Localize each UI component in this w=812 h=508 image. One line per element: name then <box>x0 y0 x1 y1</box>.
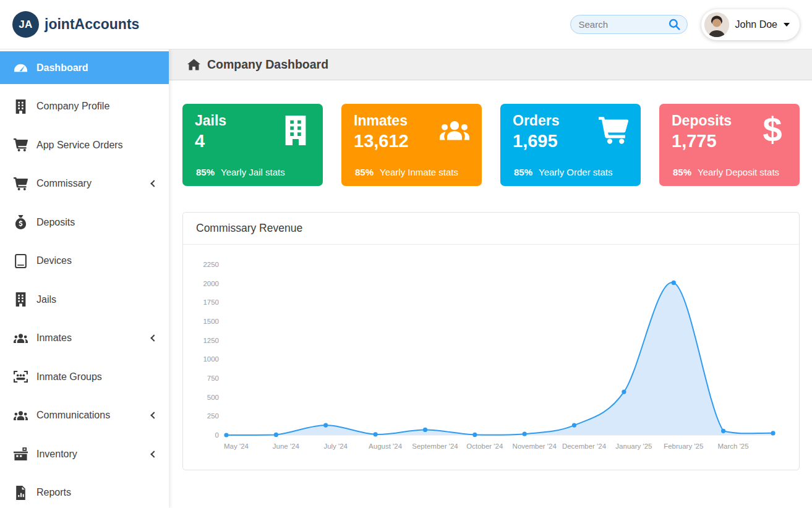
y-axis-tick: 1000 <box>203 355 219 363</box>
x-axis-tick: August '24 <box>369 442 403 450</box>
sidebar-item-label: Reports <box>36 487 71 498</box>
cart-icon <box>599 116 628 145</box>
user-avatar <box>704 12 729 37</box>
y-axis-tick: 1250 <box>203 337 219 344</box>
user-menu[interactable]: John Doe <box>701 9 800 40</box>
tablet-icon <box>14 254 28 268</box>
x-axis-tick: May '24 <box>224 442 249 450</box>
stat-card-caption: Yearly Inmate stats <box>380 167 458 177</box>
sidebar-item-label: Commissary <box>36 178 92 189</box>
page-title: Company Dashboard <box>207 57 328 72</box>
money-bag-icon <box>14 215 28 229</box>
brand-logo[interactable]: JA jointAccounts <box>12 11 139 38</box>
stat-card-title: Deposits <box>672 112 732 130</box>
x-axis-tick: December '24 <box>562 442 607 450</box>
users-icon <box>440 116 469 145</box>
sidebar-item-label: Devices <box>36 255 72 266</box>
chart-point <box>622 390 626 394</box>
stat-card-percent: 85% <box>673 167 691 177</box>
y-axis-tick: 1500 <box>203 318 219 325</box>
sidebar-item-devices[interactable]: Devices <box>0 245 169 277</box>
sidebar-item-inmate-groups[interactable]: Inmate Groups <box>0 360 169 393</box>
sidebar-item-label: Dashboard <box>36 62 88 74</box>
stat-card-value: 1,695 <box>513 130 559 152</box>
search-bar <box>570 15 688 34</box>
user-name: John Doe <box>735 19 778 30</box>
stat-card-caption: Yearly Jail stats <box>221 167 285 177</box>
sidebar-item-dashboard[interactable]: Dashboard <box>0 51 169 84</box>
x-axis-tick: July '24 <box>323 442 348 450</box>
brand-initials: JA <box>19 19 33 31</box>
sidebar-item-label: Jails <box>36 294 56 305</box>
sidebar-item-communications[interactable]: Communications <box>0 399 169 432</box>
y-axis-tick: 500 <box>207 394 219 401</box>
cart-icon <box>14 177 28 191</box>
sidebar-item-label: Company Profile <box>36 101 109 112</box>
stat-card-percent: 85% <box>196 167 215 177</box>
x-axis-tick: November '24 <box>513 442 557 450</box>
stat-card-title: Jails <box>195 112 226 130</box>
chart-point <box>323 423 328 428</box>
commissary-revenue-card: Commissary Revenue 025050075010001250150… <box>182 212 800 470</box>
stat-card-footer: 85% Yearly Deposit stats <box>672 167 787 179</box>
stat-card-percent: 85% <box>355 167 374 177</box>
y-axis-tick: 1750 <box>203 298 219 306</box>
gauge-icon <box>14 61 28 75</box>
stat-card-deposits[interactable]: Deposits 1,775 $ 85% Yearly Deposit stat… <box>659 104 800 186</box>
breadcrumb: Company Dashboard <box>169 49 812 80</box>
chart-point <box>771 431 775 435</box>
chart-area-fill <box>226 282 773 435</box>
svg-text:$: $ <box>763 116 782 145</box>
area-chart-svg: 0250500750100012501500175020002250May '2… <box>190 255 784 454</box>
sidebar-item-inventory[interactable]: Inventory <box>0 438 169 470</box>
chart-point <box>472 433 477 437</box>
sidebar-item-inmates[interactable]: Inmates <box>0 322 169 355</box>
chevron-left-icon <box>150 180 157 187</box>
sidebar-item-company-profile[interactable]: Company Profile <box>0 90 169 123</box>
home-icon <box>187 59 200 70</box>
stat-card-value: 13,612 <box>354 130 409 152</box>
x-axis-tick: September '24 <box>412 442 458 450</box>
stat-card-orders[interactable]: Orders 1,695 85% Yearly Order stats <box>500 104 641 186</box>
sidebar-item-app-service-orders[interactable]: App Service Orders <box>0 129 169 161</box>
chart-point <box>374 432 378 436</box>
boxes-icon <box>14 447 28 461</box>
stat-card-percent: 85% <box>514 167 532 177</box>
y-axis-tick: 750 <box>207 375 219 382</box>
building-icon <box>14 292 28 307</box>
sidebar-item-reports[interactable]: Reports <box>0 476 169 508</box>
stat-card-jails[interactable]: Jails 4 85% Yearly Jail stats <box>182 104 323 186</box>
chart-point <box>721 429 725 433</box>
sidebar-item-commissary[interactable]: Commissary <box>0 167 169 200</box>
brand-logo-icon: JA <box>12 11 39 38</box>
sidebar-item-jails[interactable]: Jails <box>0 283 169 316</box>
main-content: Company Dashboard Jails 4 85% Yearly Jai… <box>169 49 812 508</box>
search-input[interactable] <box>578 19 664 30</box>
top-header: JA jointAccounts John Doe <box>0 0 812 49</box>
x-axis-tick: June '24 <box>273 442 300 450</box>
chart-point <box>224 433 228 437</box>
chart-point <box>423 428 427 432</box>
y-axis-tick: 0 <box>215 431 219 439</box>
stat-card-caption: Yearly Order stats <box>539 167 613 177</box>
stat-card-value: 1,775 <box>672 130 732 152</box>
users-icon <box>14 409 28 423</box>
x-axis-tick: February '25 <box>664 442 703 450</box>
x-axis-tick: January '25 <box>615 442 652 450</box>
sidebar-item-deposits[interactable]: Deposits <box>0 206 169 239</box>
users-icon <box>14 331 28 345</box>
report-icon <box>14 486 28 500</box>
building-icon <box>14 99 28 114</box>
sidebar-item-label: Deposits <box>36 217 75 228</box>
building-icon <box>281 116 310 145</box>
chart-area: 0250500750100012501500175020002250May '2… <box>183 245 799 470</box>
sidebar-item-label: Communications <box>36 410 110 421</box>
stat-card-footer: 85% Yearly Order stats <box>513 167 628 179</box>
stat-cards-row: Jails 4 85% Yearly Jail stats Inmates 13… <box>169 80 812 186</box>
sidebar-nav: DashboardCompany ProfileApp Service Orde… <box>0 49 169 508</box>
chart-title: Commissary Revenue <box>183 213 799 245</box>
cart-icon <box>14 138 28 152</box>
search-icon[interactable] <box>669 19 680 30</box>
stat-card-inmates[interactable]: Inmates 13,612 85% Yearly Inmate stats <box>341 104 482 186</box>
caret-down-icon <box>784 23 790 27</box>
